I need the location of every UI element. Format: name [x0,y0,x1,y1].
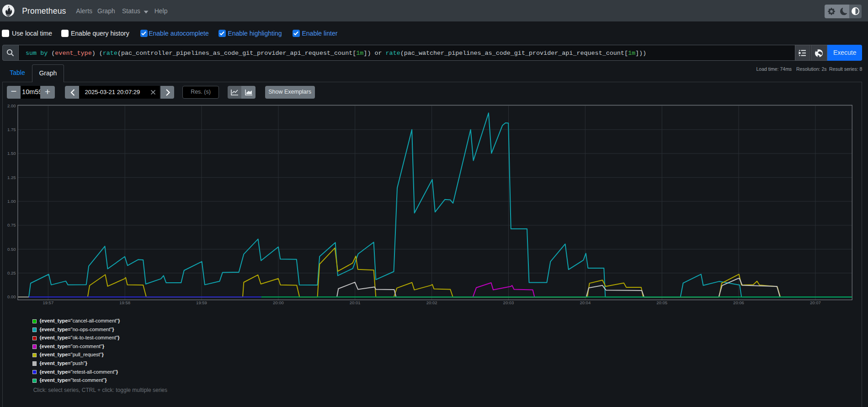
svg-text:20:04: 20:04 [580,300,591,305]
svg-text:20:03: 20:03 [503,300,514,305]
svg-text:20:00: 20:00 [273,300,284,305]
svg-text:20:07: 20:07 [810,300,821,305]
svg-text:0.75: 0.75 [7,222,16,227]
svg-text:20:01: 20:01 [350,300,361,305]
svg-text:0.25: 0.25 [7,270,16,275]
svg-text:1.75: 1.75 [7,127,16,132]
svg-text:20:06: 20:06 [733,300,744,305]
svg-text:0.50: 0.50 [7,247,16,252]
svg-text:0.00: 0.00 [7,294,16,299]
svg-text:20:02: 20:02 [426,300,437,305]
svg-text:2.00: 2.00 [7,103,16,108]
svg-text:1.00: 1.00 [7,199,16,204]
svg-text:1.25: 1.25 [7,175,16,180]
svg-text:19:58: 19:58 [119,300,130,305]
svg-text:1.50: 1.50 [7,151,16,156]
svg-text:19:57: 19:57 [43,300,53,305]
svg-text:19:59: 19:59 [196,300,207,305]
svg-text:20:05: 20:05 [656,300,667,305]
